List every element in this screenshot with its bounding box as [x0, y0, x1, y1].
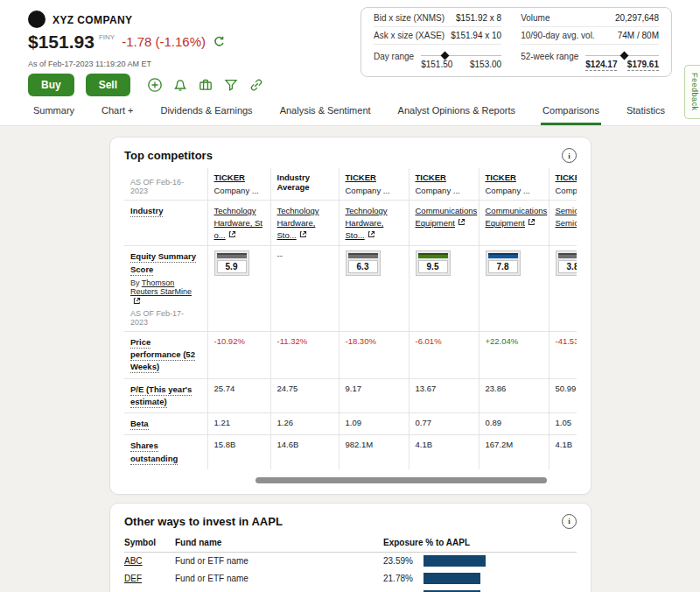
price-row: $151.93 FINY -1.78 (-1.16%) — [28, 32, 226, 53]
quote-timestamp: As of Feb-17-2023 11:19:20 AM ET — [28, 60, 151, 68]
buy-button[interactable]: Buy — [28, 74, 74, 96]
exposure-value: 23.59% — [383, 556, 424, 566]
refresh-icon[interactable] — [213, 35, 226, 48]
equity-score-widget: 6.3 — [346, 250, 381, 276]
alert-bell-icon[interactable] — [172, 77, 188, 93]
starmine-link[interactable]: Thomson Reuters StarMine — [130, 278, 192, 296]
price-change: -1.78 (-1.16%) — [122, 34, 206, 49]
week52-range-row: 52-week range $124.17 $179.61 — [521, 45, 659, 74]
sell-button[interactable]: Sell — [86, 74, 130, 96]
beta-value: 0.77 — [409, 413, 479, 435]
pe-value: 50.99 — [549, 378, 577, 413]
volume-label: Volume — [521, 13, 550, 23]
week52-high[interactable]: $179.61 — [627, 60, 659, 71]
tab-analysis-sentiment[interactable]: Analysis & Sentiment — [278, 100, 373, 125]
fund-name: Fund or ETF name — [175, 553, 383, 569]
section-tabs: Summary Chart + Dividends & Earnings Ana… — [32, 100, 700, 125]
no-score: -- — [277, 250, 283, 260]
info-icon[interactable]: i — [562, 148, 577, 163]
tab-chart[interactable]: Chart + — [100, 100, 135, 125]
perf-value: -11.32% — [270, 331, 339, 378]
industry-link[interactable]: Communications Equipment — [416, 206, 478, 228]
tab-dividends-earnings[interactable]: Dividends & Earnings — [158, 100, 254, 125]
bid-label: Bid x size (XNMS) — [374, 13, 444, 23]
industry-link[interactable]: Semicon Semicon — [556, 206, 578, 228]
week52-low[interactable]: $124.17 — [585, 60, 617, 71]
day-range-marker — [440, 51, 449, 60]
industry-link[interactable]: Communications Equipment — [486, 206, 548, 228]
tab-summary[interactable]: Summary — [32, 100, 76, 125]
score-as-of: AS OF Feb-17-2023 — [130, 309, 201, 327]
info-icon[interactable]: i — [562, 514, 577, 529]
main-content: Top competitors i AS OF Feb-16-2023 TICK… — [0, 126, 700, 592]
industry-row-label: Industry — [130, 206, 163, 217]
ask-label: Ask x size (XASE) — [374, 31, 444, 40]
industry-average-header: Industry Average — [277, 173, 310, 192]
add-plus-icon[interactable] — [147, 77, 163, 93]
beta-value: 1.05 — [549, 413, 577, 435]
perf-value: -6.01% — [409, 331, 479, 378]
industry-row: Industry Technology Hardware, St o... Te… — [124, 201, 577, 246]
last-price: $151.93 — [28, 32, 94, 53]
volume-row: Volume 20,297,648 — [521, 10, 659, 27]
beta-value: 1.26 — [270, 413, 339, 435]
ask-value: $151.94 x 10 — [451, 31, 501, 40]
exposure-bar — [424, 555, 486, 567]
ticker-link[interactable]: TICKER — [346, 173, 376, 182]
company-name: XYZ COMPANY — [52, 14, 133, 26]
scrollbar-thumb[interactable] — [256, 477, 547, 483]
tab-comparisons[interactable]: Comparisons — [541, 100, 601, 125]
ticker-link[interactable]: TICKER — [214, 173, 245, 182]
day-range-low: $151.50 — [421, 60, 452, 69]
quote-stats-box: Bid x size (XNMS) $151.92 x 8 Volume 20,… — [360, 7, 672, 77]
perf-value: -18.30% — [339, 331, 409, 378]
equity-score-widget: 5.9 — [214, 250, 249, 276]
external-link-icon — [228, 229, 237, 239]
equity-score-widget: 9.5 — [416, 250, 451, 276]
tab-analyst-opinions[interactable]: Analyst Opinions & Reports — [396, 100, 518, 125]
filter-funnel-icon[interactable] — [223, 77, 239, 93]
beta-row: Beta 1.21 1.26 1.09 0.77 0.89 1.05 — [124, 413, 577, 435]
beta-value: 0.89 — [479, 413, 549, 435]
fund-symbol-link[interactable]: DEF — [124, 574, 142, 583]
fund-symbol-link[interactable]: ABC — [124, 556, 143, 566]
company-subtitle: Company... — [556, 186, 578, 195]
pe-value: 25.74 — [207, 378, 270, 413]
pe-value: 13.67 — [409, 378, 479, 413]
link-icon[interactable] — [248, 77, 264, 93]
trade-actions: Buy Sell — [28, 74, 264, 96]
competitors-table-viewport: AS OF Feb-16-2023 TICKER Company ... Ind… — [124, 168, 577, 469]
exposure-header: Exposure % to AAPL — [383, 534, 577, 553]
external-link-icon — [457, 217, 466, 227]
bid-row: Bid x size (XNMS) $151.92 x 8 — [374, 10, 501, 27]
ticker-link[interactable]: TICKER — [556, 173, 578, 182]
horizontal-scrollbar — [128, 477, 573, 483]
industry-link[interactable]: Technology Hardware, Sto... — [346, 206, 388, 240]
company-subtitle: Company ... — [214, 186, 264, 195]
shares-value: 982.1M — [339, 435, 409, 469]
other-ways-card: Other ways to invest in AAPL i Symbol Fu… — [109, 503, 592, 592]
fund-name: Fund or ETF name — [175, 588, 383, 592]
week52-range-label: 52-week range — [521, 52, 578, 61]
top-competitors-title: Top competitors — [124, 149, 213, 162]
funds-table: Symbol Fund name Exposure % to AAPL ABC … — [124, 534, 577, 592]
external-link-icon — [298, 229, 308, 239]
external-link-icon — [367, 229, 376, 239]
company-subtitle: Company ... — [486, 186, 542, 195]
equity-score-label: Equity Summary Score — [130, 251, 196, 275]
beta-value: 1.21 — [207, 413, 270, 435]
portfolio-briefcase-icon[interactable] — [198, 77, 214, 93]
feedback-tab[interactable]: Feedback — [684, 65, 700, 119]
fund-name: Fund or ETF name — [175, 571, 383, 587]
perf-value: +22.04% — [479, 331, 549, 378]
ticker-link[interactable]: TICKER — [416, 173, 446, 182]
ticker-link[interactable]: TICKER — [486, 173, 516, 182]
industry-link[interactable]: Technology Hardware, St o... — [214, 206, 262, 240]
tab-statistics[interactable]: Statistics — [625, 100, 667, 125]
industry-link[interactable]: Technology Hardware, Sto... — [277, 206, 319, 240]
pe-value: 24.75 — [270, 378, 339, 413]
pe-row: P/E (This year's estimate) 25.74 24.75 9… — [124, 378, 577, 413]
shares-value: 167.2M — [479, 435, 549, 469]
week52-range-marker — [620, 51, 628, 60]
day-range-high: $153.00 — [470, 60, 501, 69]
